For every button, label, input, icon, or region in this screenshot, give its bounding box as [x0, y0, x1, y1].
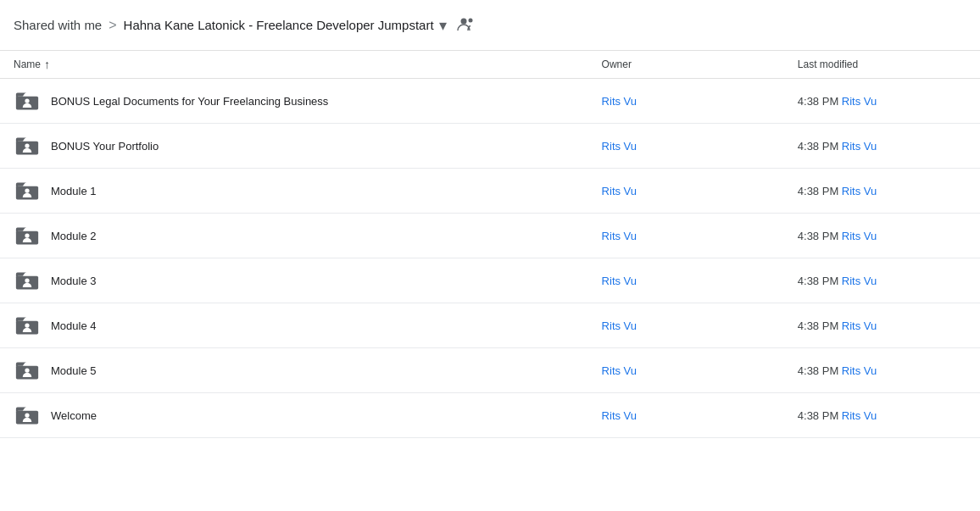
table-row[interactable]: Module 4 Rits Vu 4:38 PM Rits Vu: [0, 303, 980, 348]
file-name-cell: Welcome: [0, 393, 588, 438]
table-row[interactable]: Module 5 Rits Vu 4:38 PM Rits Vu: [0, 348, 980, 393]
column-header-modified[interactable]: Last modified: [784, 51, 980, 79]
modified-owner-link[interactable]: Rits Vu: [842, 185, 877, 197]
svg-point-1: [468, 19, 472, 23]
file-name-cell: BONUS Legal Documents for Your Freelanci…: [0, 79, 588, 124]
breadcrumb-separator: >: [109, 18, 116, 33]
table-row[interactable]: Welcome Rits Vu 4:38 PM Rits Vu: [0, 393, 980, 438]
breadcrumb-current-folder: Hahna Kane Latonick - Freelance Develope…: [124, 16, 447, 35]
owner-link[interactable]: Rits Vu: [602, 364, 637, 377]
file-name-cell: Module 4: [0, 303, 588, 348]
file-name-label: Welcome: [51, 409, 97, 422]
file-name-label: BONUS Your Portfolio: [51, 140, 159, 153]
folder-icon: [14, 87, 41, 114]
svg-point-11: [25, 278, 29, 282]
svg-point-15: [25, 368, 29, 372]
modified-owner-link[interactable]: Rits Vu: [842, 140, 877, 153]
svg-point-7: [25, 188, 29, 192]
owner-link[interactable]: Rits Vu: [602, 95, 637, 108]
column-header-owner[interactable]: Owner: [588, 51, 784, 79]
folder-icon: [14, 312, 41, 339]
file-name-label: Module 2: [51, 230, 96, 242]
owner-link[interactable]: Rits Vu: [602, 409, 637, 422]
folder-icon: [14, 177, 41, 204]
svg-point-0: [460, 19, 466, 25]
table-row[interactable]: BONUS Legal Documents for Your Freelanci…: [0, 79, 980, 124]
file-name-cell: BONUS Your Portfolio: [0, 124, 588, 169]
owner-link[interactable]: Rits Vu: [602, 230, 637, 242]
table-row[interactable]: Module 2 Rits Vu 4:38 PM Rits Vu: [0, 214, 980, 258]
modified-owner-link[interactable]: Rits Vu: [842, 409, 877, 422]
owner-cell: Rits Vu: [588, 258, 784, 303]
owner-cell: Rits Vu: [588, 169, 784, 214]
modified-cell: 4:38 PM Rits Vu: [784, 258, 980, 303]
file-name-cell: Module 3: [0, 258, 588, 303]
modified-owner-link[interactable]: Rits Vu: [842, 95, 877, 108]
owner-link[interactable]: Rits Vu: [602, 319, 637, 332]
current-folder-label: Hahna Kane Latonick - Freelance Develope…: [124, 18, 434, 32]
owner-link[interactable]: Rits Vu: [602, 185, 637, 197]
file-name-label: Module 1: [51, 185, 96, 197]
modified-cell: 4:38 PM Rits Vu: [784, 303, 980, 348]
folder-icon: [14, 402, 41, 429]
svg-point-17: [25, 413, 29, 417]
dropdown-arrow-icon[interactable]: ▾: [439, 16, 447, 35]
table-row[interactable]: BONUS Your Portfolio Rits Vu 4:38 PM Rit…: [0, 124, 980, 169]
table-row[interactable]: Module 1 Rits Vu 4:38 PM Rits Vu: [0, 169, 980, 214]
modified-cell: 4:38 PM Rits Vu: [784, 348, 980, 393]
owner-cell: Rits Vu: [588, 348, 784, 393]
svg-point-13: [25, 323, 29, 327]
modified-owner-link[interactable]: Rits Vu: [842, 230, 877, 242]
svg-point-5: [25, 143, 29, 147]
folder-icon: [14, 132, 41, 159]
modified-owner-link[interactable]: Rits Vu: [842, 319, 877, 332]
file-name-label: BONUS Legal Documents for Your Freelanci…: [51, 95, 328, 108]
owner-cell: Rits Vu: [588, 124, 784, 169]
file-name-label: Module 3: [51, 275, 96, 287]
table-header-row: Name ↑ Owner Last modified: [0, 51, 980, 79]
breadcrumb-bar: Shared with me > Hahna Kane Latonick - F…: [0, 0, 980, 51]
modified-owner-link[interactable]: Rits Vu: [842, 364, 877, 377]
table-row[interactable]: Module 3 Rits Vu 4:38 PM Rits Vu: [0, 258, 980, 303]
folder-icon: [14, 357, 41, 384]
column-header-name[interactable]: Name ↑: [0, 51, 588, 79]
modified-cell: 4:38 PM Rits Vu: [784, 79, 980, 124]
file-name-cell: Module 2: [0, 214, 588, 258]
owner-link[interactable]: Rits Vu: [602, 140, 637, 153]
owner-cell: Rits Vu: [588, 303, 784, 348]
modified-cell: 4:38 PM Rits Vu: [784, 393, 980, 438]
svg-point-3: [25, 98, 29, 103]
file-name-label: Module 5: [51, 364, 96, 377]
breadcrumb-shared-link[interactable]: Shared with me: [14, 18, 102, 32]
owner-cell: Rits Vu: [588, 393, 784, 438]
file-name-cell: Module 1: [0, 169, 588, 214]
file-name-label: Module 4: [51, 319, 96, 332]
folder-icon: [14, 222, 41, 249]
modified-cell: 4:38 PM Rits Vu: [784, 124, 980, 169]
modified-owner-link[interactable]: Rits Vu: [842, 275, 877, 287]
owner-cell: Rits Vu: [588, 79, 784, 124]
sort-arrow-icon: ↑: [44, 58, 50, 71]
folder-icon: [14, 267, 41, 294]
modified-cell: 4:38 PM Rits Vu: [784, 214, 980, 258]
modified-cell: 4:38 PM Rits Vu: [784, 169, 980, 214]
file-table: Name ↑ Owner Last modified: [0, 51, 980, 438]
file-name-cell: Module 5: [0, 348, 588, 393]
owner-cell: Rits Vu: [588, 214, 784, 258]
owner-link[interactable]: Rits Vu: [602, 275, 637, 287]
svg-point-9: [25, 233, 29, 237]
people-icon[interactable]: [457, 16, 476, 34]
